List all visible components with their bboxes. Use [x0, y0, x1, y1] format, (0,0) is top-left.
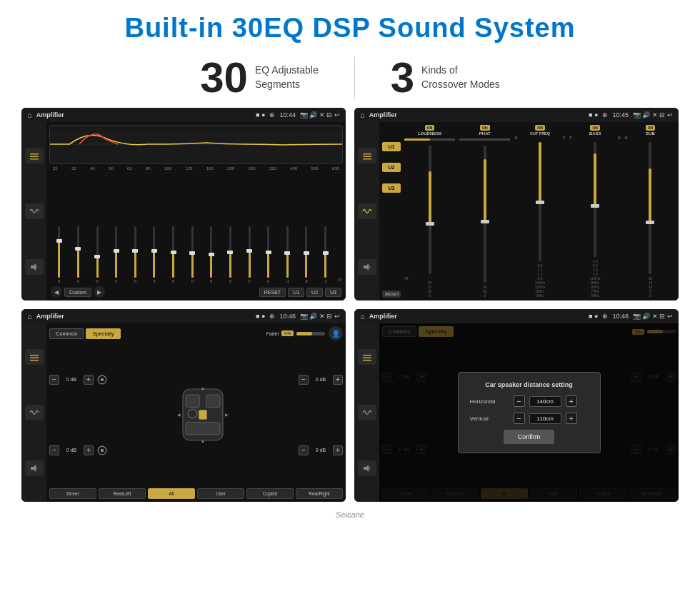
reset-btn[interactable]: RESET: [259, 288, 286, 297]
specialty-topbar: ⌂ Amplifier ■ ● ⊕ 10:46 📷 🔊 ✕ ⊟ ↩: [21, 309, 346, 323]
eq-icon: [362, 151, 372, 161]
rearleft-btn[interactable]: RearLeft: [99, 488, 146, 499]
vertical-plus-btn[interactable]: +: [566, 413, 577, 424]
speaker-front-left-icon: [97, 375, 107, 385]
eq-slider-6[interactable]: 0: [165, 226, 182, 283]
svg-point-17: [101, 378, 104, 381]
u1-channel-btn[interactable]: U1: [382, 142, 401, 151]
cutfreq-slider[interactable]: [539, 142, 541, 261]
fader-on-toggle[interactable]: ON: [281, 330, 294, 336]
loudness-slider-h[interactable]: [404, 138, 455, 141]
specialty-sidebar-btn1[interactable]: [25, 349, 44, 365]
svg-marker-3: [31, 263, 36, 271]
person-btn[interactable]: 👤: [329, 326, 343, 340]
fl-plus-btn[interactable]: +: [84, 375, 94, 385]
distance-sidebar-btn2[interactable]: [358, 405, 376, 420]
eq-slider-2[interactable]: 0: [89, 226, 106, 283]
fl-minus-btn[interactable]: −: [49, 375, 59, 385]
specialty-time: 10:46: [279, 313, 296, 320]
eq-slider-1[interactable]: 0: [70, 226, 87, 283]
crossover-sidebar: [354, 122, 379, 301]
eq-slider-5[interactable]: 0: [146, 226, 163, 283]
confirm-button[interactable]: Confirm: [504, 430, 555, 444]
eq-slider-11[interactable]: 0: [260, 226, 277, 283]
eq-sidebar-btn3[interactable]: [25, 259, 44, 275]
rr-minus-btn[interactable]: −: [299, 445, 309, 455]
eq-sidebar-btn1[interactable]: [25, 148, 44, 163]
eq-sidebar: [21, 122, 46, 301]
crossover-sidebar-btn1[interactable]: [358, 148, 376, 163]
svg-rect-12: [30, 355, 39, 356]
distance-sidebar-btn3[interactable]: [358, 460, 376, 476]
specialty-sidebar-btn3[interactable]: [25, 460, 44, 476]
crossover-top-icons: 📷 🔊 ✕ ⊟ ↩: [633, 111, 673, 118]
eq-slider-4[interactable]: 0: [127, 226, 144, 283]
eq-slider-13[interactable]: 0: [298, 226, 315, 283]
u3-btn[interactable]: U3: [325, 288, 341, 297]
crossover-text: Kinds of Crossover Modes: [421, 64, 500, 91]
rl-plus-btn[interactable]: +: [84, 445, 94, 455]
u2-channel-btn[interactable]: U2: [382, 163, 401, 172]
front-right-row: − 0 dB +: [299, 375, 343, 385]
common-tab[interactable]: Common: [49, 328, 84, 339]
phat-slider-h[interactable]: [459, 138, 510, 141]
crossover-location-icon: ⊕: [602, 111, 608, 118]
specialty-sidebar-btn2[interactable]: [25, 405, 44, 420]
svg-marker-11: [364, 263, 369, 271]
vertical-minus-btn[interactable]: −: [514, 413, 525, 424]
eq-slider-8[interactable]: 0: [203, 226, 220, 283]
svg-rect-0: [30, 153, 39, 155]
svg-rect-22: [206, 395, 220, 408]
fr-minus-btn[interactable]: −: [299, 375, 309, 385]
rr-plus-btn[interactable]: +: [333, 445, 343, 455]
specialty-content: Common Specialty Fader ON 👤 −: [21, 323, 346, 502]
eq-text: EQ Adjustable Segments: [255, 64, 319, 91]
horizontal-minus-btn[interactable]: −: [514, 395, 525, 407]
crossover-reset-btn[interactable]: RESET: [382, 291, 401, 298]
sub-g: G: [625, 136, 676, 140]
horizontal-plus-btn[interactable]: +: [566, 395, 577, 407]
eq-slider-14[interactable]: -1: [317, 226, 334, 283]
distance-home-icon: ⌂: [360, 312, 365, 320]
crossover-home-icon: ⌂: [360, 111, 365, 119]
eq-slider-0[interactable]: 0: [51, 226, 68, 283]
copilot-btn[interactable]: Copilot: [246, 488, 294, 499]
u1-btn[interactable]: U1: [288, 288, 304, 297]
bass-slider[interactable]: [594, 142, 596, 257]
eq-slider-3[interactable]: 5: [108, 226, 125, 283]
eq-slider-10[interactable]: 0: [241, 226, 258, 283]
crossover-screenshot: ⌂ Amplifier ■ ● ⊕ 10:45 📷 🔊 ✕ ⊟ ↩: [354, 108, 679, 301]
distance-topbar: ⌂ Amplifier ■ ● ⊕ 10:46 📷 🔊 ✕ ⊟ ↩: [354, 309, 679, 323]
crossover-time: 10:45: [612, 111, 629, 118]
phat-slider-v[interactable]: [484, 146, 486, 283]
distance-location-icon: ⊕: [602, 313, 608, 320]
eq-slider-7[interactable]: 0: [184, 226, 201, 283]
fader-slider[interactable]: [296, 332, 325, 335]
crossover-sidebar-btn3[interactable]: [358, 259, 376, 275]
crossover-sidebar-btn2[interactable]: [358, 203, 376, 219]
specialty-tab[interactable]: Specialty: [86, 328, 120, 339]
user-btn[interactable]: User: [197, 488, 244, 499]
rearright-btn[interactable]: RearRight: [296, 488, 343, 499]
eq-curve-svg: [50, 126, 342, 163]
dialog-title: Car speaker distance setting: [470, 381, 589, 388]
fr-plus-btn[interactable]: +: [333, 375, 343, 385]
rl-minus-btn[interactable]: −: [49, 445, 59, 455]
eq-slider-12[interactable]: -1: [279, 226, 296, 283]
crossover-number: 3: [391, 56, 414, 99]
driver-btn[interactable]: Driver: [49, 488, 96, 499]
specialty-dot-icons: ■ ●: [256, 313, 265, 320]
eq-slider-9[interactable]: 0: [222, 226, 239, 283]
u2-btn[interactable]: U2: [306, 288, 323, 297]
u3-channel-btn[interactable]: U3: [382, 183, 401, 193]
volume-icon2: [362, 262, 372, 272]
distance-sidebar-btn1[interactable]: [358, 349, 376, 365]
phat-col: ON PHAT 64 32 0: [459, 125, 510, 298]
all-btn[interactable]: All: [148, 488, 195, 499]
prev-preset-btn[interactable]: ◀: [51, 286, 62, 298]
eq-sidebar-btn2[interactable]: [25, 203, 44, 219]
next-preset-btn[interactable]: ▶: [94, 286, 105, 298]
sub-slider[interactable]: [649, 142, 651, 274]
car-diagram-area: ▲ ▼ ◀ ▶: [111, 344, 295, 485]
loudness-slider-v[interactable]: [429, 146, 431, 274]
